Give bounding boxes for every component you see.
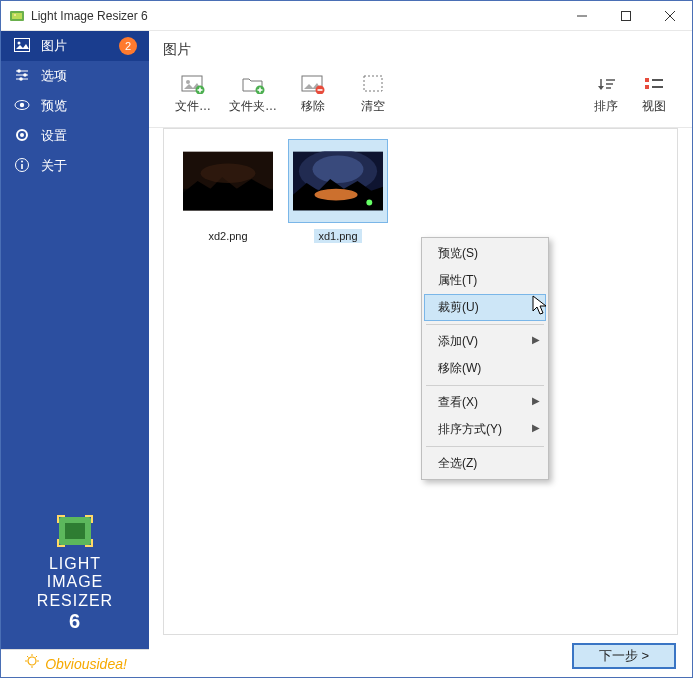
sidebar-item-label: 预览 xyxy=(41,97,67,115)
sidebar-item-images[interactable]: 图片 2 xyxy=(1,31,149,61)
menu-item-add[interactable]: 添加(V)▶ xyxy=(424,328,546,355)
sliders-icon xyxy=(13,68,31,85)
logo-line1: LIGHT xyxy=(1,555,149,573)
footer: 下一步 > xyxy=(149,635,692,677)
menu-item-view[interactable]: 查看(X)▶ xyxy=(424,389,546,416)
info-icon xyxy=(13,157,31,176)
svg-point-16 xyxy=(20,102,24,106)
folder-add-icon xyxy=(240,73,266,95)
svg-point-53 xyxy=(201,163,256,183)
svg-point-21 xyxy=(21,160,23,162)
svg-rect-7 xyxy=(15,38,30,51)
menu-item-selectall[interactable]: 全选(Z) xyxy=(424,450,546,477)
logo-line2: IMAGE xyxy=(1,573,149,591)
svg-rect-1 xyxy=(12,13,22,19)
view-button[interactable]: 视图 xyxy=(630,71,678,117)
tool-label: 排序 xyxy=(594,98,618,115)
badge-count: 2 xyxy=(119,37,137,55)
menu-separator xyxy=(426,324,544,325)
svg-point-57 xyxy=(315,189,358,201)
svg-point-58 xyxy=(366,200,372,206)
tool-label: 清空 xyxy=(361,98,385,115)
app-icon xyxy=(9,8,25,24)
next-label: 下一步 > xyxy=(599,647,649,665)
tool-label: 文件夹… xyxy=(229,98,277,115)
sidebar-item-options[interactable]: 选项 xyxy=(1,61,149,91)
thumbnail-item[interactable]: xd1.png xyxy=(288,139,388,244)
sidebar-item-settings[interactable]: 设置 xyxy=(1,121,149,151)
sidebar-item-label: 设置 xyxy=(41,127,67,145)
brand-footer[interactable]: Obviousidea! xyxy=(1,649,149,677)
menu-item-remove[interactable]: 移除(W) xyxy=(424,355,546,382)
svg-point-24 xyxy=(28,657,36,665)
svg-line-30 xyxy=(36,656,38,658)
brand-label: Obviousidea! xyxy=(45,656,127,672)
svg-rect-23 xyxy=(65,523,85,539)
svg-point-12 xyxy=(23,73,27,77)
tool-label: 视图 xyxy=(642,98,666,115)
maximize-button[interactable] xyxy=(604,1,648,31)
sidebar-item-preview[interactable]: 预览 xyxy=(1,91,149,121)
bulb-icon xyxy=(23,653,41,674)
view-icon xyxy=(641,73,667,95)
clear-icon xyxy=(360,73,386,95)
thumbnail-item[interactable]: xd2.png xyxy=(178,139,278,244)
eye-icon xyxy=(13,98,31,115)
svg-point-8 xyxy=(18,41,21,44)
clear-button[interactable]: 清空 xyxy=(343,71,403,117)
menu-item-crop[interactable]: 裁剪(U) xyxy=(424,294,546,321)
sort-button[interactable]: 排序 xyxy=(582,71,630,117)
svg-rect-42 xyxy=(364,76,382,91)
svg-line-29 xyxy=(27,656,29,658)
sidebar-item-about[interactable]: 关于 xyxy=(1,151,149,181)
menu-separator xyxy=(426,446,544,447)
svg-rect-4 xyxy=(622,11,631,20)
thumbnail-caption: xd1.png xyxy=(314,229,361,243)
logo-line4: 6 xyxy=(1,610,149,633)
page-title: 图片 xyxy=(149,31,692,65)
gear-icon xyxy=(13,127,31,146)
remove-button[interactable]: 移除 xyxy=(283,71,343,117)
svg-point-18 xyxy=(20,133,24,137)
thumbnail-caption: xd2.png xyxy=(204,229,251,243)
svg-rect-48 xyxy=(645,85,649,89)
submenu-arrow-icon: ▶ xyxy=(532,334,540,345)
sort-icon xyxy=(593,73,619,95)
image-remove-icon xyxy=(300,73,326,95)
app-logo: LIGHT IMAGE RESIZER 6 xyxy=(1,501,149,649)
image-icon xyxy=(13,38,31,55)
add-folder-button[interactable]: 文件夹… xyxy=(223,71,283,117)
add-file-button[interactable]: 文件… xyxy=(163,71,223,117)
sidebar-item-label: 选项 xyxy=(41,67,67,85)
close-button[interactable] xyxy=(648,1,692,31)
logo-line3: RESIZER xyxy=(1,592,149,610)
menu-item-sortby[interactable]: 排序方式(Y)▶ xyxy=(424,416,546,443)
svg-rect-20 xyxy=(21,164,23,169)
toolbar: 文件… 文件夹… 移除 清空 排序 xyxy=(149,65,692,128)
tool-label: 文件… xyxy=(175,98,211,115)
context-menu: 预览(S) 属性(T) 裁剪(U) 添加(V)▶ 移除(W) 查看(X)▶ 排序… xyxy=(421,237,549,480)
file-add-icon xyxy=(180,73,206,95)
sidebar-item-label: 图片 xyxy=(41,37,67,55)
menu-separator xyxy=(426,385,544,386)
svg-point-32 xyxy=(186,80,190,84)
next-button[interactable]: 下一步 > xyxy=(572,643,676,669)
menu-item-preview[interactable]: 预览(S) xyxy=(424,240,546,267)
svg-point-10 xyxy=(17,69,21,73)
tool-label: 移除 xyxy=(301,98,325,115)
submenu-arrow-icon: ▶ xyxy=(532,395,540,406)
window-title: Light Image Resizer 6 xyxy=(31,9,560,23)
menu-item-properties[interactable]: 属性(T) xyxy=(424,267,546,294)
sidebar: 图片 2 选项 预览 设置 关于 LIGHT IMAGE RESIZER 6 xyxy=(1,31,149,677)
submenu-arrow-icon: ▶ xyxy=(532,422,540,433)
minimize-button[interactable] xyxy=(560,1,604,31)
svg-point-14 xyxy=(19,77,23,81)
svg-point-2 xyxy=(14,14,16,16)
sidebar-item-label: 关于 xyxy=(41,157,67,175)
svg-rect-47 xyxy=(645,78,649,82)
titlebar: Light Image Resizer 6 xyxy=(1,1,692,31)
svg-point-56 xyxy=(313,156,364,183)
